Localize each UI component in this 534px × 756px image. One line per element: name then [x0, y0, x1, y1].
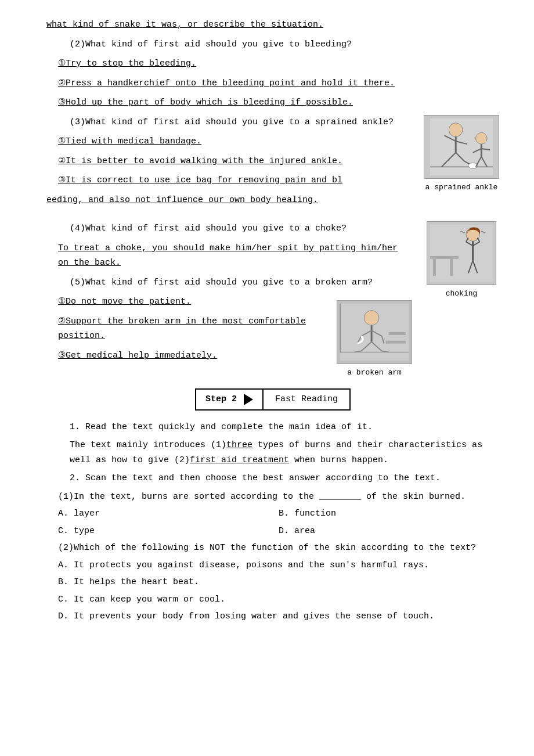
q2-a1-text: ①Try to stop the bleeding.: [58, 59, 196, 69]
q4-q5-text: (4)What kind of first aid should you giv…: [46, 221, 412, 379]
broken-arm-caption: a broken arm: [347, 366, 402, 379]
q3-a3-text-part2: eeding, and also not influence our own b…: [46, 195, 318, 205]
q2-header: (2)What kind of first aid should you giv…: [70, 37, 499, 52]
r2-q1-a-text: A. layer: [58, 509, 100, 519]
q2-a3: ③Hold up the part of body which is bleed…: [58, 95, 499, 110]
svg-rect-35: [430, 225, 493, 282]
svg-point-3: [449, 123, 463, 136]
svg-rect-32: [386, 341, 406, 344]
r1-item: 1. Read the text quickly and complete th…: [70, 420, 499, 435]
svg-rect-37: [433, 259, 436, 276]
line-0-text: what kind of snake it was, or describe t…: [46, 20, 323, 30]
q5-a3-text: ③Get medical help immediately.: [58, 351, 217, 361]
svg-rect-33: [389, 332, 406, 335]
sprained-ankle-block: a sprained ankle: [424, 115, 499, 194]
q3-a1: ①Tied with medical bandage.: [58, 134, 412, 149]
r2-q2: (2)Which of the following is NOT the fun…: [58, 541, 499, 556]
r1-detail: The text mainly introduces (1)three type…: [70, 438, 499, 467]
step-reading-text: Fast Reading: [275, 394, 338, 404]
q2-header-text: (2)What kind of first aid should you giv…: [70, 39, 352, 49]
q3-header: (3)What kind of first aid should you giv…: [70, 115, 412, 130]
q4-q5-section: (4)What kind of first aid should you giv…: [46, 221, 499, 379]
q5-header: (5)What kind of first aid should you giv…: [70, 275, 412, 290]
r2-text: 2. Scan the text and then choose the bes…: [70, 473, 441, 483]
choking-caption: choking: [446, 287, 478, 300]
q5-a3: ③Get medical help immediately.: [58, 348, 327, 363]
r2-q2-b: B. It helps the heart beat.: [58, 575, 499, 590]
q5-a2-text: ②Support the broken arm in the most comf…: [58, 316, 306, 341]
r2-q1-choices: A. layer B. function: [58, 506, 499, 521]
choking-block: choking: [424, 221, 499, 300]
svg-rect-36: [430, 256, 459, 259]
q4-header: (4)What kind of first aid should you giv…: [70, 221, 412, 236]
step-arrow-icon: [244, 394, 253, 405]
r2-q1-c-text: C. type: [58, 526, 95, 536]
q2-a1: ①Try to stop the bleeding.: [58, 56, 499, 71]
q5-a2: ②Support the broken arm in the most comf…: [58, 314, 327, 344]
r2-q2-b-text: B. It helps the heart beat.: [58, 577, 199, 587]
r2-q1-text: (1)In the text, burns are sorted accordi…: [58, 492, 466, 502]
r2-q1-b: B. function: [279, 506, 499, 521]
q4-a1-text: To treat a choke, you should make him/he…: [58, 243, 398, 268]
r2-q2-d-text: D. It prevents your body from losing wat…: [58, 611, 434, 621]
q3-header-text: (3)What kind of first aid should you giv…: [70, 117, 394, 127]
sprained-ankle-caption: a sprained ankle: [425, 181, 498, 194]
content-area: what kind of snake it was, or describe t…: [46, 17, 499, 624]
r2-q2-text: (2)Which of the following is NOT the fun…: [58, 543, 476, 553]
q3-text-block: (3)What kind of first aid should you giv…: [46, 115, 412, 213]
q3-section: (3)What kind of first aid should you giv…: [46, 115, 499, 213]
reading-section: 1. Read the text quickly and complete th…: [46, 420, 499, 624]
r1-underline1: three: [226, 440, 252, 450]
r2-q1-d-text: D. area: [279, 526, 315, 536]
svg-rect-38: [450, 259, 453, 276]
r2-q2-d: D. It prevents your body from losing wat…: [58, 609, 499, 624]
q2-a3-text: ③Hold up the part of body which is bleed…: [58, 98, 353, 107]
r2-q2-a-text: A. It protects you against disease, pois…: [58, 560, 429, 570]
q5-a1-text: ①Do not move the patient.: [58, 297, 191, 307]
sprained-ankle-image: [424, 115, 499, 179]
q4-header-text: (4)What kind of first aid should you giv…: [70, 224, 347, 233]
q2-a2-text: ②Press a handkerchief onto the bleeding …: [58, 78, 395, 88]
choking-image: [427, 221, 496, 285]
r2-q2-a: A. It protects you against disease, pois…: [58, 558, 499, 573]
r1-text: 1. Read the text quickly and complete th…: [70, 422, 373, 432]
svg-point-22: [364, 311, 379, 326]
broken-arm-block: a broken arm: [337, 300, 412, 379]
r2-header: 2. Scan the text and then choose the bes…: [70, 471, 499, 486]
r1-pre: The text mainly introduces (1): [70, 440, 226, 450]
r2-q1: (1)In the text, burns are sorted accordi…: [58, 489, 499, 505]
r2-q1-b-text: B. function: [279, 509, 336, 519]
q5-a1: ①Do not move the patient.: [58, 294, 327, 309]
q3-a1-text: ①Tied with medical bandage.: [58, 136, 201, 146]
q3-a2-text: ②It is better to avoid walking with the …: [58, 156, 342, 166]
r2-q1-choices-cd: C. type D. area: [58, 524, 499, 539]
r2-q1-a: A. layer: [58, 506, 279, 521]
step-reading-box: Fast Reading: [262, 388, 351, 411]
step-label-text: Step 2: [205, 392, 237, 407]
r2-q2-c: C. It can keep you warm or cool.: [58, 592, 499, 607]
r1-post: when burns happen.: [289, 455, 388, 465]
r2-q2-c-text: C. It can keep you warm or cool.: [58, 595, 225, 604]
step-box: Step 2 Fast Reading: [180, 388, 366, 411]
q3-a3: ③It is correct to use ice bag for removi…: [58, 173, 412, 188]
r2-q1-c: C. type: [58, 524, 279, 539]
step-label-box: Step 2: [195, 388, 264, 411]
q3-a3-cont: eeding, and also not influence our own b…: [46, 193, 412, 208]
r2-q1-d: D. area: [279, 524, 499, 539]
broken-arm-image: [337, 300, 412, 364]
q5-header-text: (5)What kind of first aid should you giv…: [70, 278, 373, 287]
r1-underline2: first aid treatment: [190, 455, 289, 465]
q2-a2: ②Press a handkerchief onto the bleeding …: [58, 76, 499, 91]
q3-a3-text-part1: ③It is correct to use ice bag for removi…: [58, 175, 342, 185]
q4-a1: To treat a choke, you should make him/he…: [58, 241, 412, 271]
line-0: what kind of snake it was, or describe t…: [46, 17, 499, 33]
svg-point-12: [476, 132, 488, 144]
q3-a2: ②It is better to avoid walking with the …: [58, 154, 412, 169]
